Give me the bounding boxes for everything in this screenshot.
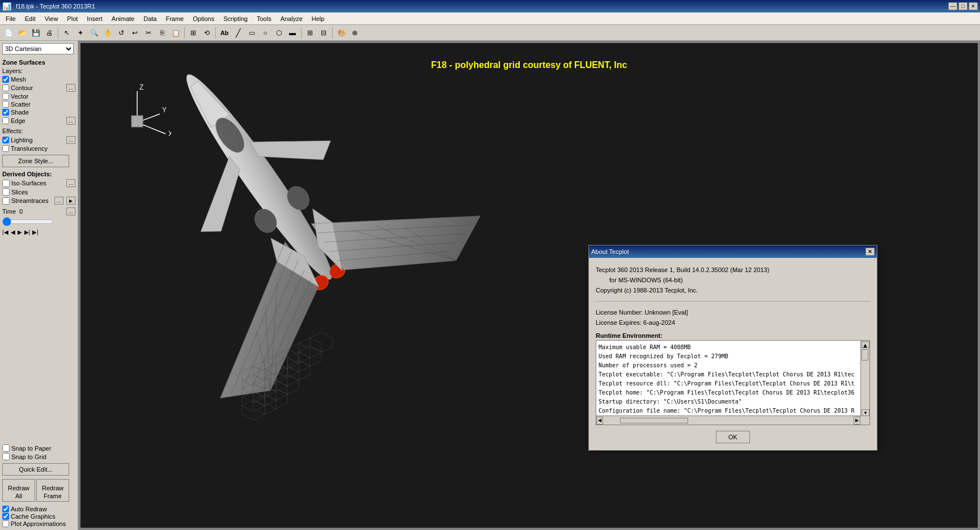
contour-checkbox[interactable] bbox=[2, 84, 9, 91]
scatter-label: Scatter bbox=[11, 101, 75, 108]
print-btn[interactable]: 🖨 bbox=[43, 27, 56, 39]
cut-btn[interactable]: ✂ bbox=[142, 27, 155, 39]
menu-insert[interactable]: Insert bbox=[82, 14, 107, 23]
hscroll-thumb[interactable] bbox=[620, 418, 688, 423]
rotate-btn[interactable]: ↺ bbox=[115, 27, 128, 39]
shade-checkbox[interactable] bbox=[2, 109, 9, 116]
minimize-button[interactable]: — bbox=[948, 2, 957, 10]
vscroll-up-btn[interactable]: ▲ bbox=[862, 341, 869, 348]
grid-btn[interactable]: ⊞ bbox=[304, 27, 316, 39]
edge-checkbox[interactable] bbox=[2, 117, 9, 124]
runtime-label: Runtime Environment: bbox=[596, 332, 870, 339]
redraw-all-button[interactable]: RedrawAll bbox=[2, 479, 35, 502]
play-last-btn[interactable]: ▶| bbox=[32, 229, 39, 235]
snap-grid-row: Snap to Grid bbox=[2, 453, 75, 460]
time-slider[interactable] bbox=[2, 218, 53, 226]
play-first-btn[interactable]: |◀ bbox=[2, 229, 9, 235]
stream-extra-btn[interactable]: ▶ bbox=[66, 197, 75, 205]
play-play-btn[interactable]: ▶ bbox=[18, 229, 22, 235]
contour-options-btn[interactable]: ... bbox=[66, 84, 75, 92]
close-button[interactable]: ✕ bbox=[969, 2, 978, 10]
line-tool[interactable]: ╱ bbox=[232, 27, 244, 39]
slices-checkbox[interactable] bbox=[2, 188, 10, 196]
text-tool[interactable]: Ab bbox=[218, 27, 231, 39]
play-next-btn[interactable]: ▶| bbox=[24, 229, 31, 235]
runtime-line-1: Maximum usable RAM = 4008MB bbox=[599, 343, 858, 352]
menu-help[interactable]: Help bbox=[307, 14, 329, 23]
plot-approx-checkbox[interactable] bbox=[2, 520, 9, 527]
quick-edit-button[interactable]: Quick Edit... bbox=[2, 463, 69, 476]
translucency-row: Translucency bbox=[2, 145, 75, 152]
maximize-button[interactable]: □ bbox=[958, 2, 968, 10]
menu-tools[interactable]: Tools bbox=[252, 14, 276, 23]
legend-btn[interactable]: ⊟ bbox=[317, 27, 330, 39]
ellipse-tool[interactable]: ○ bbox=[259, 27, 271, 39]
lighting-checkbox[interactable] bbox=[2, 137, 9, 143]
mesh-checkbox[interactable] bbox=[2, 76, 9, 83]
time-options-btn[interactable]: ... bbox=[66, 207, 75, 215]
menu-animate[interactable]: Animate bbox=[107, 14, 139, 23]
cache-graphics-checkbox[interactable] bbox=[2, 513, 9, 520]
edge-options-btn[interactable]: ... bbox=[66, 117, 75, 125]
rect-tool[interactable]: ▭ bbox=[245, 27, 258, 39]
save-btn[interactable]: 💾 bbox=[29, 27, 42, 39]
streamtraces-checkbox[interactable] bbox=[2, 197, 10, 205]
contour-btn[interactable]: ⊗ bbox=[349, 27, 361, 39]
vector-checkbox[interactable] bbox=[2, 93, 9, 100]
canvas-area[interactable]: F18 - polyhedral grid courtesy of FLUENT… bbox=[78, 41, 980, 530]
plot-approx-label: Plot Approximations bbox=[11, 520, 75, 527]
dialog-ok-button[interactable]: OK bbox=[716, 431, 750, 443]
hscrollbar[interactable]: ◀ ▶ bbox=[596, 415, 860, 425]
fit-btn[interactable]: ⊞ bbox=[187, 27, 200, 39]
redraw-frame-button[interactable]: RedrawFrame bbox=[36, 479, 69, 502]
colormap-btn[interactable]: 🎨 bbox=[335, 27, 347, 39]
auto-redraw-checkbox[interactable] bbox=[2, 506, 9, 512]
play-prev-btn[interactable]: ◀ bbox=[11, 229, 15, 235]
menu-edit[interactable]: Edit bbox=[20, 14, 40, 23]
menu-analyze[interactable]: Analyze bbox=[276, 14, 307, 23]
zone-style-button[interactable]: Zone Style... bbox=[2, 155, 69, 167]
open-btn[interactable]: 📂 bbox=[16, 27, 28, 39]
translucency-checkbox[interactable] bbox=[2, 145, 9, 152]
snap-paper-checkbox[interactable] bbox=[2, 444, 10, 452]
runtime-line-5: Tecplot resource dll: "C:\Program Files\… bbox=[599, 379, 858, 388]
runtime-text-area[interactable]: Maximum usable RAM = 4008MB Used RAM rec… bbox=[596, 341, 860, 425]
streamtraces-row: Streamtraces ... ▶ bbox=[2, 197, 75, 205]
vscroll-down-btn[interactable]: ▼ bbox=[862, 409, 869, 416]
hscroll-left-btn[interactable]: ◀ bbox=[596, 417, 603, 425]
hscroll-right-btn[interactable]: ▶ bbox=[854, 417, 860, 425]
vscrollbar[interactable]: ▲ ▼ bbox=[860, 341, 869, 417]
coordinate-system-select[interactable]: 3D Cartesian 2D Cartesian Polar bbox=[2, 43, 74, 54]
scatter-checkbox[interactable] bbox=[2, 101, 9, 108]
pan-btn[interactable]: ✋ bbox=[101, 27, 114, 39]
menu-data[interactable]: Data bbox=[139, 14, 161, 23]
reset-btn[interactable]: ⟲ bbox=[201, 27, 213, 39]
iso-surfaces-checkbox[interactable] bbox=[2, 180, 10, 187]
menu-file[interactable]: File bbox=[1, 14, 20, 23]
menu-view[interactable]: View bbox=[40, 14, 63, 23]
iso-options-btn[interactable]: ... bbox=[66, 179, 75, 187]
paste-btn[interactable]: 📋 bbox=[169, 27, 182, 39]
menu-frame[interactable]: Frame bbox=[161, 14, 188, 23]
jet-model bbox=[97, 71, 562, 468]
zoom-btn[interactable]: 🔍 bbox=[88, 27, 100, 39]
copy-btn[interactable]: ⎘ bbox=[156, 27, 168, 39]
snap-grid-checkbox[interactable] bbox=[2, 453, 10, 460]
menu-options[interactable]: Options bbox=[188, 14, 219, 23]
dialog-title-bar: About Tecplot ✕ bbox=[589, 245, 877, 258]
menu-scripting[interactable]: Scripting bbox=[219, 14, 252, 23]
stream-options-btn[interactable]: ... bbox=[54, 197, 63, 205]
lighting-options-btn[interactable]: ... bbox=[66, 136, 75, 144]
select-btn[interactable]: ↖ bbox=[61, 27, 73, 39]
new-file-btn[interactable]: 📄 bbox=[2, 27, 15, 39]
rounded-rect-tool[interactable]: ▬ bbox=[286, 27, 299, 39]
menu-plot[interactable]: Plot bbox=[62, 14, 82, 23]
snap-grid-label: Snap to Grid bbox=[11, 453, 75, 460]
dialog-close-button[interactable]: ✕ bbox=[866, 248, 875, 256]
derived-objects-label: Derived Objects: bbox=[2, 171, 75, 177]
vscroll-thumb[interactable] bbox=[862, 349, 868, 361]
poly-tool[interactable]: ⬡ bbox=[273, 27, 285, 39]
probe-btn[interactable]: ✦ bbox=[74, 27, 87, 39]
undo-btn[interactable]: ↩ bbox=[129, 27, 141, 39]
runtime-line-2: Used RAM recognized by Tecplot = 279MB bbox=[599, 352, 858, 361]
